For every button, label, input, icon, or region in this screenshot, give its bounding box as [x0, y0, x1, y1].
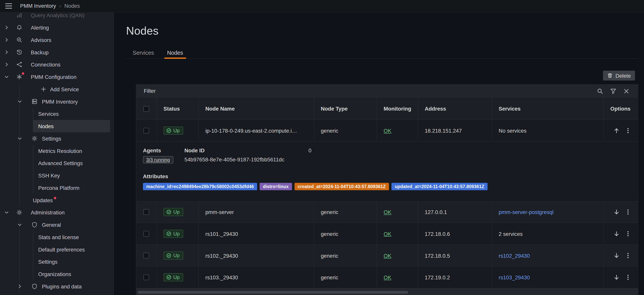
sidebar-item-nodes[interactable]: Nodes [33, 120, 110, 132]
row-checkbox[interactable] [143, 253, 149, 258]
sidebar-item-stats-and-license[interactable]: Stats and license [0, 231, 114, 243]
row-checkbox[interactable] [143, 231, 149, 237]
search-icon[interactable] [597, 88, 604, 94]
table-header-row: Status Node Name Node Type Monitoring Ad… [136, 98, 638, 120]
col-header-options: Options [604, 98, 638, 120]
filter-bar: Filter [136, 85, 638, 98]
sidebar-item-ssh-key[interactable]: SSH Key [0, 169, 114, 182]
attributes-badges: machine_id=ec2498494ee28b79c58002c0453df… [143, 183, 631, 190]
status-badge: Up [164, 230, 183, 238]
sidebar-item-updates[interactable]: Updates [0, 194, 114, 206]
chevron-right-icon[interactable] [2, 50, 11, 55]
sidebar-item-pmm-configuration[interactable]: PMM Configuration [0, 71, 114, 83]
row-menu-button[interactable] [625, 230, 631, 237]
filter-title: Filter [144, 88, 156, 94]
chevron-right-icon[interactable] [2, 62, 11, 67]
scrollbar-thumb[interactable] [138, 291, 408, 294]
sidebar-item-backup[interactable]: Backup [0, 46, 114, 58]
check-circle-icon [166, 275, 171, 280]
share-nodes-icon [16, 61, 22, 68]
sidebar-item-organizations[interactable]: Organizations [0, 268, 114, 280]
sidebar-item-advanced-settings[interactable]: Advanced Settings [0, 157, 114, 169]
row-menu-button[interactable] [625, 127, 631, 134]
notification-dot [54, 197, 56, 199]
delete-button[interactable]: Delete [603, 71, 635, 81]
tab-nodes[interactable]: Nodes [160, 47, 190, 58]
sidebar-item-settings[interactable]: Settings [0, 132, 114, 145]
check-circle-icon [166, 231, 171, 236]
kebab-icon [625, 274, 631, 281]
breadcrumb-root[interactable]: PMM Inventory [20, 3, 56, 9]
bell-icon [16, 24, 22, 31]
monitoring-ok-link[interactable]: OK [384, 231, 391, 237]
expand-row-button[interactable] [613, 209, 620, 215]
node-name-cell: rs101._29430 [199, 223, 314, 244]
gear-icon [31, 135, 38, 142]
chevron-right-icon[interactable] [2, 25, 11, 30]
sidebar-item-pmm-inventory[interactable]: PMM Inventory [0, 95, 114, 108]
chevron-down-icon[interactable] [2, 210, 11, 215]
arrow-down-icon [613, 252, 620, 259]
attribute-badge: distro=linux [260, 183, 292, 190]
filter-funnel-icon[interactable] [610, 88, 616, 94]
node-id-label: Node ID [184, 148, 308, 154]
chevron-down-icon[interactable] [2, 74, 11, 80]
sidebar-item-percona-platform[interactable]: Percona Platform [0, 181, 114, 194]
service-link[interactable]: rs103_29430 [498, 274, 530, 280]
chevron-right-icon[interactable] [2, 37, 11, 42]
menu-toggle-button[interactable] [5, 3, 12, 9]
sidebar-item-default-preferences[interactable]: Default preferences [0, 243, 114, 255]
arrow-down-icon [613, 230, 620, 237]
configuration-icon [16, 74, 22, 80]
sidebar-item-settings-admin[interactable]: Settings [0, 255, 114, 268]
sidebar-item-add-service[interactable]: Add Service [0, 83, 114, 95]
chevron-down-icon[interactable] [16, 222, 23, 227]
row-checkbox[interactable] [143, 274, 149, 280]
monitoring-ok-link[interactable]: OK [384, 128, 391, 134]
chevron-right-icon[interactable] [16, 284, 23, 289]
collapse-row-button[interactable] [613, 127, 620, 134]
sidebar-item-plugins-and-data[interactable]: Plugins and data [0, 280, 114, 292]
shield-icon [31, 283, 38, 289]
row-menu-button[interactable] [625, 274, 631, 281]
monitoring-ok-link[interactable]: OK [384, 209, 391, 215]
pmm-app: PMM Inventory › Nodes Query Analytics (Q… [0, 0, 644, 295]
sidebar-item-services[interactable]: Services [0, 108, 114, 120]
tabs-bar: Services Nodes [126, 47, 638, 59]
status-badge: Up [164, 273, 183, 281]
sidebar-item-administration[interactable]: Administration [0, 206, 114, 219]
service-link[interactable]: pmm-server-postgresql [498, 209, 554, 215]
expand-row-button[interactable] [613, 274, 620, 281]
close-icon[interactable] [623, 88, 630, 94]
sidebar: Query Analytics (QAN) Alerting Advisors … [0, 12, 114, 295]
expand-row-button[interactable] [613, 252, 620, 259]
row-checkbox[interactable] [143, 209, 149, 215]
node-id-value: 54b97658-8e7e-405e-9187-192fbb5611dc [184, 157, 308, 163]
agents-running-link[interactable]: 3/3 running [143, 156, 173, 164]
sidebar-item-alerting[interactable]: Alerting [0, 22, 114, 34]
node-name-cell: ip-10-178-0-249.us-east-2.compute.i… [199, 120, 314, 142]
select-all-checkbox[interactable] [143, 106, 149, 112]
sidebar-item-metrics-resolution[interactable]: Metrics Resolution [0, 145, 114, 157]
col-header-address: Address [418, 98, 492, 120]
chevron-down-icon[interactable] [16, 136, 23, 141]
status-badge: Up [164, 251, 183, 260]
chevron-down-icon[interactable] [16, 99, 23, 104]
monitoring-ok-link[interactable]: OK [384, 274, 391, 280]
tab-services[interactable]: Services [126, 47, 160, 58]
monitoring-ok-link[interactable]: OK [384, 252, 391, 259]
sidebar-item-query-analytics[interactable]: Query Analytics (QAN) [0, 12, 114, 22]
row-checkbox[interactable] [143, 128, 149, 134]
sidebar-item-advisors[interactable]: Advisors [0, 34, 114, 46]
row-menu-button[interactable] [625, 252, 631, 259]
expand-row-button[interactable] [613, 230, 620, 237]
node-name-cell: rs102._29430 [199, 245, 314, 266]
history-icon [16, 49, 22, 56]
service-link[interactable]: rs102_29430 [498, 252, 530, 259]
row-menu-button[interactable] [625, 209, 631, 215]
sidebar-item-connections[interactable]: Connections [0, 58, 114, 71]
gear-icon [16, 209, 22, 216]
horizontal-scrollbar[interactable] [136, 288, 638, 295]
sidebar-item-general[interactable]: General [0, 219, 114, 231]
col-header-status: Status [157, 98, 199, 120]
